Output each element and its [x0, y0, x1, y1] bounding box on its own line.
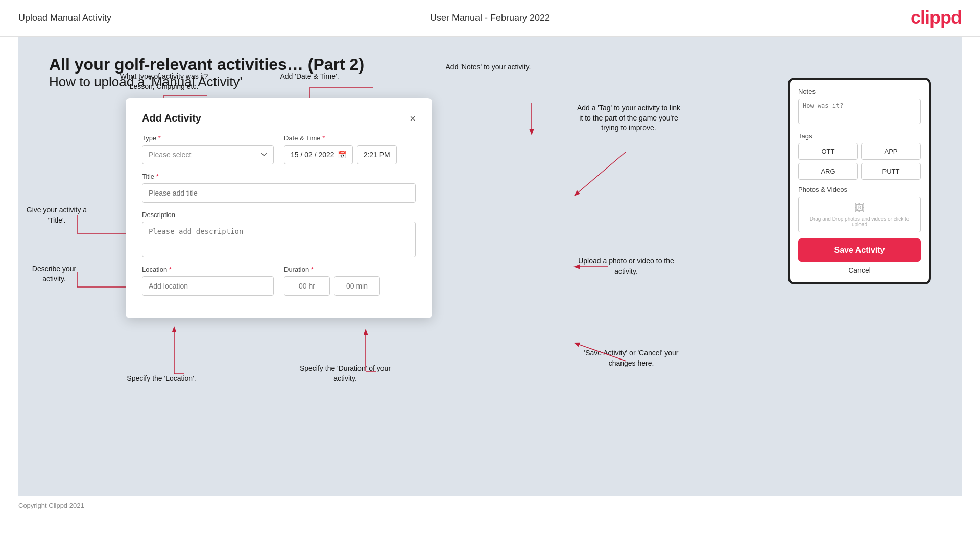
photo-icon: 🖼 — [854, 202, 865, 214]
type-label: Type * — [142, 134, 274, 142]
annotation-datetime: Add 'Date & Time'. — [269, 71, 350, 82]
tag-arg[interactable]: ARG — [798, 163, 858, 180]
top-bar: Upload Manual Activity User Manual - Feb… — [0, 0, 980, 37]
annotation-desc: Describe your activity. — [23, 264, 85, 284]
notes-section: Notes — [798, 88, 921, 126]
notes-label: Notes — [798, 88, 921, 95]
type-datetime-row: Type * Please select Date & Time * 15 / … — [142, 134, 416, 164]
title-group: Title * — [142, 173, 416, 203]
svg-line-13 — [575, 152, 626, 195]
annotation-title: Give your activity a 'Title'. — [23, 205, 90, 225]
copyright: Copyright Clippd 2021 — [18, 501, 84, 509]
type-select[interactable]: Please select — [142, 145, 274, 164]
title-input[interactable] — [142, 183, 416, 203]
time-input[interactable]: 2:21 PM — [357, 145, 397, 164]
description-row: Description — [142, 211, 416, 257]
datetime-group: Date & Time * 15 / 02 / 2022 📅 2:21 PM — [284, 134, 416, 164]
tags-grid: OTT APP ARG PUTT — [798, 143, 921, 180]
duration-inputs — [284, 276, 416, 296]
photo-upload-text: Drag and Drop photos and videos or click… — [799, 216, 920, 227]
tags-label: Tags — [798, 132, 921, 140]
manual-title: User Manual - February 2022 — [430, 13, 550, 23]
save-activity-button[interactable]: Save Activity — [798, 238, 921, 262]
description-label: Description — [142, 211, 416, 219]
phone-panel: Notes Tags OTT APP ARG PUTT Photos & Vid… — [788, 78, 931, 284]
main-content: All your golf-relevant activities… (Part… — [18, 37, 962, 496]
tag-putt[interactable]: PUTT — [861, 163, 921, 180]
phone-screen-inner: Notes Tags OTT APP ARG PUTT Photos & Vid… — [798, 88, 921, 274]
tags-section: Tags OTT APP ARG PUTT — [798, 132, 921, 180]
title-label: Title * — [142, 173, 416, 180]
annotation-tags: Add a 'Tag' to your activity to link it … — [575, 103, 682, 133]
duration-label: Duration * — [284, 266, 416, 273]
annotation-notes: Add 'Notes' to your activity. — [437, 62, 539, 73]
annotation-save: 'Save Activity' or 'Cancel' your changes… — [575, 348, 687, 368]
title-row: Title * — [142, 173, 416, 203]
footer: Copyright Clippd 2021 — [0, 496, 980, 514]
close-button[interactable]: × — [410, 113, 416, 124]
type-group: Type * Please select — [142, 134, 274, 164]
phone-screen: Notes Tags OTT APP ARG PUTT Photos & Vid… — [788, 78, 931, 284]
location-label: Location * — [142, 266, 274, 273]
photos-label: Photos & Videos — [798, 186, 921, 194]
annotation-photo: Upload a photo or video to the activity. — [575, 256, 677, 276]
page-title: Upload Manual Activity — [18, 13, 111, 23]
cancel-link[interactable]: Cancel — [798, 266, 921, 274]
datetime-label: Date & Time * — [284, 134, 416, 142]
duration-group: Duration * — [284, 266, 416, 296]
duration-min-input[interactable] — [334, 276, 380, 296]
annotation-location: Specify the 'Location'. — [121, 374, 202, 384]
annotation-duration: Specify the 'Duration' of your activity. — [294, 364, 396, 384]
tag-ott[interactable]: OTT — [798, 143, 858, 160]
add-activity-modal: Add Activity × Type * Please select Date… — [126, 98, 432, 318]
notes-textarea[interactable] — [798, 99, 921, 124]
logo: clippd — [911, 7, 962, 29]
location-input[interactable] — [142, 276, 274, 296]
photo-upload-area[interactable]: 🖼 Drag and Drop photos and videos or cli… — [798, 197, 921, 232]
location-duration-row: Location * Duration * — [142, 266, 416, 296]
calendar-icon: 📅 — [338, 151, 346, 159]
tag-app[interactable]: APP — [861, 143, 921, 160]
date-input[interactable]: 15 / 02 / 2022 📅 — [284, 145, 353, 164]
description-group: Description — [142, 211, 416, 257]
annotation-type: What type of activity was it? Lesson, Ch… — [113, 71, 215, 91]
photos-section: Photos & Videos 🖼 Drag and Drop photos a… — [798, 186, 921, 232]
duration-hr-input[interactable] — [284, 276, 330, 296]
location-group: Location * — [142, 266, 274, 296]
modal-header: Add Activity × — [142, 112, 416, 124]
modal-title: Add Activity — [142, 112, 201, 124]
date-time-group: 15 / 02 / 2022 📅 2:21 PM — [284, 145, 416, 164]
description-textarea[interactable] — [142, 222, 416, 257]
